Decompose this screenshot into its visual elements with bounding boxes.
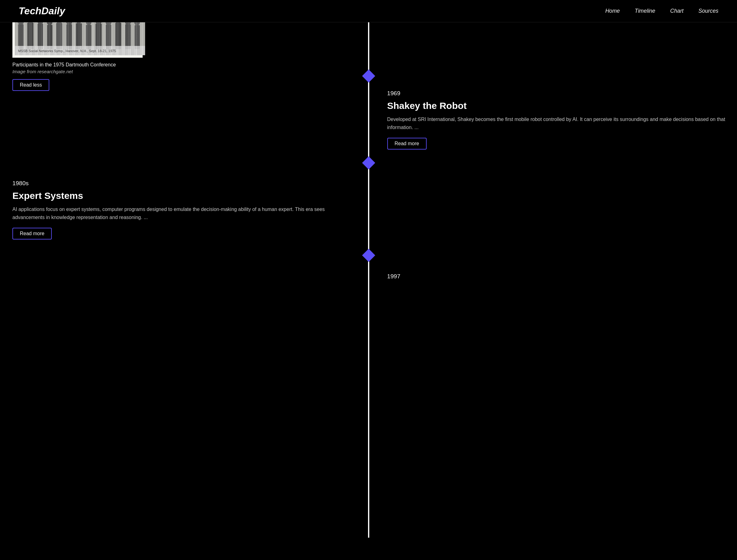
shakey-read-more-button[interactable]: Read more: [387, 138, 426, 150]
shakey-title: Shakey the Robot: [387, 100, 731, 111]
svg-rect-23: [125, 24, 131, 49]
dartmouth-read-less-button[interactable]: Read less: [12, 79, 49, 91]
svg-rect-11: [66, 24, 72, 49]
svg-rect-9: [56, 23, 62, 49]
dartmouth-caption-source: Image from researchgate.net: [12, 69, 356, 74]
nav-link-home[interactable]: Home: [605, 8, 620, 14]
nav-link-timeline[interactable]: Timeline: [635, 8, 655, 14]
shakey-year: 1969: [387, 90, 731, 97]
svg-rect-1: [18, 24, 24, 49]
nav-item-timeline[interactable]: Timeline: [635, 8, 655, 14]
diamond-dartmouth: [362, 69, 375, 83]
expert-systems-read-more-button[interactable]: Read more: [12, 228, 52, 240]
timeline-entry-shakey: 1969 Shakey the Robot Developed at SRI I…: [387, 90, 731, 150]
svg-rect-7: [47, 25, 52, 49]
shakey-description: Developed at SRI International, Shakey b…: [387, 115, 731, 131]
svg-rect-19: [106, 25, 111, 49]
svg-rect-17: [96, 24, 102, 49]
nav-links: Home Timeline Chart Sources: [605, 8, 718, 14]
page-container: MSSB Social Networks Symp., Hanover, N.H…: [0, 0, 737, 538]
navbar: TechDaily Home Timeline Chart Sources: [0, 0, 737, 22]
svg-rect-3: [27, 23, 34, 49]
nav-link-chart[interactable]: Chart: [670, 8, 683, 14]
svg-rect-5: [38, 24, 43, 49]
svg-rect-27: [15, 46, 145, 55]
svg-rect-21: [115, 23, 121, 49]
year-1997-label: 1997: [387, 273, 731, 280]
expert-systems-description: AI applications focus on expert systems,…: [12, 205, 356, 221]
svg-rect-13: [76, 23, 82, 49]
expert-systems-year: 1980s: [12, 180, 356, 187]
svg-text:MSSB Social Networks Symp., Ha: MSSB Social Networks Symp., Hanover, N.H…: [18, 49, 116, 53]
nav-item-sources[interactable]: Sources: [698, 8, 718, 14]
nav-item-chart[interactable]: Chart: [670, 8, 683, 14]
nav-item-home[interactable]: Home: [605, 8, 620, 14]
svg-rect-25: [135, 25, 140, 49]
svg-rect-15: [86, 25, 92, 49]
nav-link-sources[interactable]: Sources: [698, 8, 718, 14]
timeline-entry-expert-systems: 1980s Expert Systems AI applications foc…: [12, 180, 356, 240]
timeline-entry-1997: 1997: [387, 273, 731, 283]
diamond-shakey: [362, 156, 375, 169]
diamond-expert-systems: [362, 249, 375, 262]
dartmouth-caption-title: Participants in the 1975 Dartmouth Confe…: [12, 62, 356, 68]
expert-systems-title: Expert Systems: [12, 190, 356, 201]
site-logo[interactable]: TechDaily: [19, 5, 65, 17]
